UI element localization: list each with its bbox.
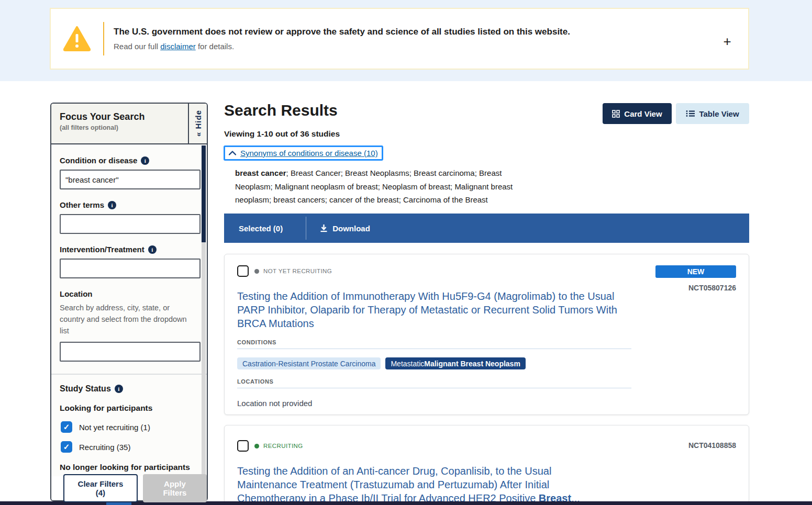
study-card-inner: RECRUITING NCT04108858 Testing the Addit… xyxy=(225,425,749,505)
info-icon[interactable]: i xyxy=(108,201,116,209)
table-view-button[interactable]: Table View xyxy=(676,103,749,124)
warning-icon-wrap xyxy=(51,26,103,51)
condition-chip: Castration-Resistant Prostate Carcinoma xyxy=(237,357,381,369)
locations-label: LOCATIONS xyxy=(237,378,736,385)
info-icon[interactable]: i xyxy=(141,156,149,165)
other-terms-input[interactable] xyxy=(60,214,201,234)
study-title-main: Testing the Addition of an Anti-cancer D… xyxy=(237,465,551,504)
other-terms-label: Other termsi xyxy=(60,200,198,209)
checkbox-label: Recruiting (35) xyxy=(79,443,130,452)
download-label: Download xyxy=(332,224,370,233)
table-view-label: Table View xyxy=(699,109,739,118)
study-status-text: NOT YET RECRUITING xyxy=(263,268,332,274)
sidebar-subtitle: (all filters optional) xyxy=(60,124,180,131)
condition-input[interactable] xyxy=(60,170,201,189)
location-label: Location xyxy=(60,289,198,298)
disclaimer-banner: The U.S. government does not review or a… xyxy=(50,8,749,70)
conditions-label: CONDITIONS xyxy=(237,339,736,345)
study-status: NOT YET RECRUITING xyxy=(254,268,332,274)
chip-text-bold: Malignant Breast Neoplasm xyxy=(424,360,520,368)
warning-triangle-icon xyxy=(63,26,91,51)
conditions-rule xyxy=(237,349,631,349)
selected-count[interactable]: Selected (0) xyxy=(239,224,283,233)
intervention-input[interactable] xyxy=(60,259,201,278)
hide-filters-button[interactable]: « Hide xyxy=(188,104,207,143)
clear-filters-button[interactable]: Clear Filters (4) xyxy=(63,474,138,502)
sidebar-scrollbar-thumb[interactable] xyxy=(202,145,206,242)
condition-chip-highlighted: Metastatic Malignant Breast Neoplasm xyxy=(385,357,525,369)
banner-expand-button[interactable]: + xyxy=(721,35,733,48)
sidebar-title: Focus Your Search xyxy=(60,111,180,122)
grid-icon xyxy=(612,110,620,118)
study-card: NOT YET RECRUITING NEW NCT05807126 Testi… xyxy=(224,254,749,415)
action-bar-divider xyxy=(306,217,306,240)
location-help-text: Search by address, city, state, or count… xyxy=(60,302,188,336)
no-longer-looking-label: No longer looking for participants xyxy=(60,463,198,472)
condition-label-text: Condition or disease xyxy=(60,156,137,165)
card-view-label: Card View xyxy=(624,109,662,118)
hide-label-text: Hide xyxy=(194,110,203,129)
chevron-up-icon xyxy=(229,151,236,155)
synonyms-search-term: breast cancer xyxy=(235,169,286,177)
info-icon[interactable]: i xyxy=(115,385,123,393)
study-title-link[interactable]: Testing the Addition of Immunotherapy Wi… xyxy=(237,289,636,330)
sidebar-header-main: Focus Your Search (all filters optional) xyxy=(51,104,188,143)
study-card: RECRUITING NCT04108858 Testing the Addit… xyxy=(224,425,749,505)
banner-text: The U.S. government does not review or a… xyxy=(104,27,570,51)
intervention-label: Intervention/Treatmenti xyxy=(60,245,198,254)
location-label-text: Location xyxy=(60,289,93,298)
condition-label: Condition or diseasei xyxy=(60,156,198,165)
nct-id: NCT05807126 xyxy=(688,284,736,292)
sidebar-filter-scroll-area: Condition or diseasei Other termsi Inter… xyxy=(51,145,207,476)
nct-id: NCT04108858 xyxy=(688,441,736,450)
study-select-checkbox[interactable] xyxy=(237,265,249,277)
location-input[interactable] xyxy=(60,342,201,362)
apply-filters-button: Apply Filters xyxy=(143,474,207,502)
study-status: RECRUITING xyxy=(254,443,303,449)
study-select-checkbox[interactable] xyxy=(237,440,249,452)
sidebar-header: Focus Your Search (all filters optional)… xyxy=(51,104,207,144)
locations-rule xyxy=(237,388,631,388)
checkbox-label: Not yet recruiting (1) xyxy=(79,423,150,432)
results-action-bar: Selected (0) Download xyxy=(224,214,749,243)
study-status-label: Study Statusi xyxy=(60,384,198,394)
checkbox-row-not-yet-recruiting[interactable]: ✓ Not yet recruiting (1) xyxy=(61,421,198,433)
checkbox-row-recruiting[interactable]: ✓ Recruiting (35) xyxy=(61,441,198,453)
condition-chips: Castration-Resistant Prostate Carcinoma … xyxy=(237,357,736,369)
banner-body-prefix: Read our full xyxy=(114,42,160,51)
checkbox-checked-icon[interactable]: ✓ xyxy=(61,421,72,433)
sidebar-scrollbar-track[interactable] xyxy=(202,145,206,476)
status-row: RECRUITING xyxy=(237,440,736,452)
clinicaltrials-search-page: The U.S. government does not review or a… xyxy=(0,0,812,505)
banner-headline: The U.S. government does not review or a… xyxy=(114,27,570,37)
synonyms-list: breast cancer; Breast Cancer; Breast Neo… xyxy=(235,166,536,207)
hide-filters-label: « Hide xyxy=(194,110,203,137)
sidebar-section-divider xyxy=(51,374,207,375)
page-title: Search Results xyxy=(224,102,338,119)
study-title-link[interactable]: Testing the Addition of an Anti-cancer D… xyxy=(237,464,598,505)
info-icon[interactable]: i xyxy=(148,245,157,254)
status-dot-icon xyxy=(254,444,259,448)
study-card-inner: NOT YET RECRUITING NEW NCT05807126 Testi… xyxy=(225,254,749,408)
synonyms-toggle[interactable]: Synonyms of conditions or disease (10) xyxy=(224,145,383,161)
sidebar-footer: Clear Filters (4) Apply Filters xyxy=(51,476,207,500)
chip-text-prefix: Metastatic xyxy=(391,360,424,368)
disclaimer-link[interactable]: disclaimer xyxy=(160,42,196,51)
download-icon xyxy=(320,224,328,232)
synonyms-toggle-link[interactable]: Synonyms of conditions or disease (10) xyxy=(240,149,378,158)
study-status-text: RECRUITING xyxy=(263,443,303,449)
study-status-label-text: Study Status xyxy=(60,384,111,394)
card-view-button[interactable]: Card View xyxy=(603,103,672,124)
checkbox-checked-icon[interactable]: ✓ xyxy=(61,441,72,453)
other-terms-label-text: Other terms xyxy=(60,200,104,209)
status-dot-icon xyxy=(254,269,259,274)
intervention-label-text: Intervention/Treatment xyxy=(60,245,144,254)
collapse-chevron-icon: « xyxy=(194,132,203,137)
banner-body: Read our full disclaimer for details. xyxy=(114,42,570,51)
list-icon xyxy=(686,110,695,117)
download-button[interactable]: Download xyxy=(320,224,370,233)
location-text: Location not provided xyxy=(237,399,736,408)
looking-for-participants-label: Looking for participants xyxy=(60,403,198,413)
banner-body-suffix: for details. xyxy=(196,42,234,51)
new-badge: NEW xyxy=(655,265,736,278)
